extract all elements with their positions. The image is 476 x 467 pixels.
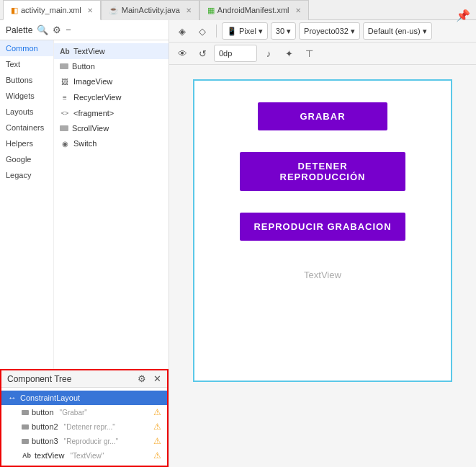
- tab-activity-main[interactable]: ◧ activity_main.xml ✕: [3, 0, 101, 20]
- component-tree-title: Component Tree: [7, 374, 133, 384]
- category-buttons[interactable]: Buttons: [0, 72, 53, 88]
- tree-root-item[interactable]: ↔ ConstraintLayout: [1, 391, 167, 405]
- category-containers[interactable]: Containers: [0, 120, 53, 135]
- tree-item-name: textView: [35, 451, 64, 460]
- component-tree-settings-icon[interactable]: ⚙: [138, 373, 146, 384]
- button-icon: [60, 63, 68, 69]
- chevron-down-icon: ▾: [287, 27, 291, 36]
- palette-categories: Common Text Buttons Widgets Layouts Cont…: [0, 40, 54, 369]
- palette-item-textview[interactable]: Ab TextView: [54, 43, 169, 59]
- magic-button[interactable]: ✦: [280, 45, 297, 62]
- category-widgets[interactable]: Widgets: [0, 88, 53, 104]
- category-common[interactable]: Common: [0, 40, 53, 56]
- music-button[interactable]: ♪: [260, 45, 277, 62]
- refresh-button[interactable]: ↺: [194, 45, 211, 62]
- tree-item-name: button3: [32, 437, 58, 445]
- tab-label: activity_main.xml: [21, 6, 81, 14]
- category-helpers[interactable]: Helpers: [0, 135, 53, 151]
- tree-items: ↔ ConstraintLayout button "Grabar" ⚠ but…: [1, 388, 167, 466]
- palette-item-fragment[interactable]: <> <fragment>: [54, 105, 169, 121]
- chevron-down-icon: ▾: [423, 27, 427, 36]
- warning-icon: ⚠: [153, 407, 161, 417]
- tab-label: AndroidManifest.xml: [217, 6, 289, 14]
- tab-label: MainActivity.java: [122, 6, 180, 14]
- dp-field[interactable]: 0dp: [214, 45, 257, 62]
- palette-item-label: Switch: [73, 139, 96, 148]
- grabar-button[interactable]: GRABAR: [258, 102, 387, 130]
- tree-item-name: button: [32, 408, 54, 417]
- eye-button[interactable]: 👁: [174, 45, 191, 62]
- api-dropdown[interactable]: 30 ▾: [271, 22, 296, 40]
- phone-frame: GRABAR DETENER REPRODUCCIÓN REPRODUCIR G…: [193, 79, 452, 382]
- palette-content: Common Text Buttons Widgets Layouts Cont…: [0, 40, 169, 369]
- recyclerview-icon: ≡: [60, 92, 70, 102]
- tree-item-value: "TextView": [70, 452, 104, 460]
- palette-item-switch[interactable]: ◉ Switch: [54, 135, 169, 151]
- palette-item-label: ImageView: [73, 77, 112, 86]
- palette-item-label: RecyclerView: [73, 93, 121, 102]
- tree-item-textview[interactable]: Ab textView "TextView" ⚠: [1, 448, 167, 463]
- tree-item-button[interactable]: button "Grabar" ⚠: [1, 405, 167, 419]
- palette-item-label: ScrollView: [72, 124, 109, 133]
- java-file-icon: ☕: [109, 6, 119, 15]
- category-layouts[interactable]: Layouts: [0, 104, 53, 120]
- palette-item-scrollview[interactable]: ScrollView: [54, 121, 169, 135]
- fragment-icon: <>: [60, 108, 70, 118]
- palette-items: Ab TextView Button 🖼 ImageView ≡ Recycle…: [54, 40, 169, 369]
- xml-file-icon: ◧: [11, 6, 18, 15]
- category-text[interactable]: Text: [0, 56, 53, 72]
- tree-item-value: "Reproducir gr...": [64, 437, 118, 445]
- project-label: Proyecto032: [304, 27, 349, 35]
- tree-item-name: button2: [32, 422, 58, 431]
- blueprint-button[interactable]: ◇: [194, 22, 211, 40]
- warning-icon: ⚠: [153, 422, 161, 432]
- content-area: ◈ ◇ 📱 Pixel ▾ 30 ▾ Proyecto032 ▾ Default…: [169, 20, 476, 467]
- api-label: 30: [276, 27, 284, 35]
- scrollview-icon: [60, 125, 68, 131]
- warning-icon: ⚠: [153, 436, 161, 446]
- tab-close-icon[interactable]: ✕: [186, 6, 192, 14]
- tab-main-activity[interactable]: ☕ MainActivity.java ✕: [101, 0, 199, 20]
- settings-icon[interactable]: ⚙: [53, 25, 61, 35]
- component-tree-panel: Component Tree ⚙ ✕ ↔ ConstraintLayout bu…: [0, 369, 169, 467]
- palette-item-recyclerview[interactable]: ≡ RecyclerView: [54, 89, 169, 105]
- button-tree-icon: [22, 410, 29, 415]
- device-dropdown[interactable]: 📱 Pixel ▾: [222, 22, 268, 40]
- warning-icon: ⚠: [153, 450, 161, 461]
- project-dropdown[interactable]: Proyecto032 ▾: [299, 22, 360, 40]
- search-icon[interactable]: 🔍: [37, 25, 48, 35]
- component-tree-header: Component Tree ⚙ ✕: [1, 370, 167, 388]
- tab-manifest[interactable]: ▦ AndroidManifest.xml ✕: [199, 0, 309, 20]
- textview-widget: TextView: [304, 270, 341, 280]
- reproducir-button[interactable]: REPRODUCIR GRABACION: [240, 213, 405, 241]
- dp-value: 0dp: [219, 49, 232, 58]
- design-mode-button[interactable]: ◈: [174, 22, 191, 40]
- constraint-layout-icon: ↔: [7, 393, 17, 403]
- tab-close-icon[interactable]: ✕: [87, 6, 93, 14]
- locale-dropdown[interactable]: Default (en-us) ▾: [363, 22, 432, 40]
- toolbar-separator: [216, 25, 217, 37]
- align-button[interactable]: ⊤: [300, 45, 318, 62]
- palette-item-label: <fragment>: [73, 109, 114, 117]
- palette-item-imageview[interactable]: 🖼 ImageView: [54, 74, 169, 89]
- textview-icon: Ab: [60, 46, 70, 56]
- chevron-down-icon: ▾: [259, 27, 263, 36]
- device-label: Pixel: [239, 27, 256, 35]
- palette-item-label: TextView: [73, 47, 105, 55]
- detener-button[interactable]: DETENER REPRODUCCIÓN: [240, 152, 405, 191]
- component-tree-close-icon[interactable]: ✕: [153, 373, 161, 384]
- palette-item-button[interactable]: Button: [54, 59, 169, 74]
- tree-item-button3[interactable]: button3 "Reproducir gr..." ⚠: [1, 434, 167, 448]
- locale-label: Default (en-us): [368, 27, 421, 35]
- category-legacy[interactable]: Legacy: [0, 167, 53, 183]
- tab-close-icon[interactable]: ✕: [295, 6, 301, 14]
- button2-tree-icon: [22, 424, 29, 430]
- design-toolbar-2: 👁 ↺ 0dp ♪ ✦ ⊤: [169, 43, 476, 65]
- tree-item-button2[interactable]: button2 "Detener repr..." ⚠: [1, 419, 167, 434]
- minus-icon[interactable]: −: [66, 25, 71, 35]
- tree-item-value: "Grabar": [60, 409, 87, 417]
- category-google[interactable]: Google: [0, 151, 53, 167]
- tree-item-value: "Detener repr...": [64, 423, 115, 431]
- button3-tree-icon: [22, 439, 29, 444]
- imageview-icon: 🖼: [60, 76, 70, 86]
